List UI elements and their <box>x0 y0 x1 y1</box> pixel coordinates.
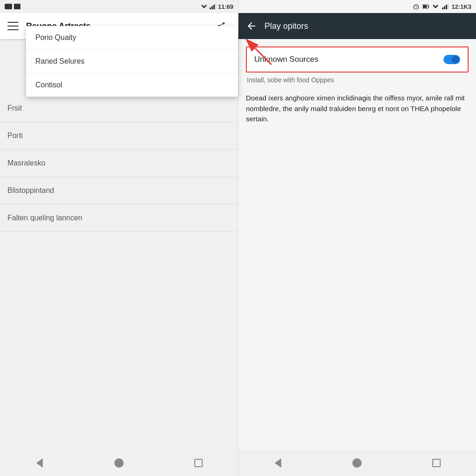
wifi-icon <box>200 4 208 9</box>
settings-content: Unknown Sources Install, sobe with food … <box>238 39 476 476</box>
android-icon <box>5 4 12 9</box>
time-right: 12:1K3 <box>451 3 471 10</box>
svg-rect-1 <box>210 7 211 9</box>
unknown-sources-row[interactable]: Unknown Sources <box>246 46 469 73</box>
recent-nav-button-right[interactable] <box>427 454 446 472</box>
list-item-1[interactable]: Frsit <box>0 95 238 122</box>
home-nav-button-left[interactable] <box>110 454 128 472</box>
back-nav-button-left[interactable] <box>30 454 49 472</box>
svg-rect-4 <box>215 4 216 9</box>
svg-marker-0 <box>201 5 207 8</box>
svg-rect-10 <box>423 5 427 8</box>
wifi-icon-right <box>432 4 439 9</box>
description-text: Doead ixers anghoore ximen inclidinagis … <box>246 93 469 125</box>
dropdown-item-1[interactable]: Porio Quaity <box>26 26 238 50</box>
menu-button[interactable] <box>7 22 19 30</box>
list-item-4[interactable]: Blistoppintand <box>0 177 238 205</box>
notification-icon <box>14 4 20 9</box>
svg-rect-13 <box>444 6 445 9</box>
dropdown-item-3[interactable]: Contisol <box>26 73 238 97</box>
svg-rect-3 <box>213 5 215 9</box>
red-arrow-annotation <box>246 39 278 73</box>
bottom-nav-left <box>0 450 238 476</box>
status-bar-left: 11:69 <box>0 0 238 13</box>
time-left: 11:69 <box>218 3 233 10</box>
right-panel: 12:1K3 Play opitors Unknown Sources <box>238 0 476 476</box>
install-hint: Install, sobe with food Opppes <box>246 76 469 84</box>
svg-rect-2 <box>212 6 213 9</box>
signal-icon-right <box>442 4 449 9</box>
dropdown-menu: Porio Quaity Raned Selures Contisol <box>26 26 238 97</box>
settings-title: Play opitors <box>264 21 308 31</box>
left-panel: 11:69 Reuone Artrects Porio Quaity Raned… <box>0 0 238 476</box>
alarm-icon <box>412 4 420 9</box>
bottom-nav-right <box>238 450 476 476</box>
list-item-2[interactable]: Porti <box>0 122 238 150</box>
home-nav-button-right[interactable] <box>348 454 366 472</box>
red-arrow-icon <box>246 39 278 72</box>
recent-nav-button-left[interactable] <box>189 454 208 472</box>
unknown-sources-label: Unknown Sources <box>254 55 443 64</box>
back-button-right[interactable] <box>246 20 257 32</box>
svg-rect-15 <box>448 4 449 9</box>
svg-rect-9 <box>428 6 429 7</box>
unknown-sources-toggle[interactable] <box>443 55 460 64</box>
battery-icon-right <box>423 4 429 9</box>
list-item-5[interactable]: Falten queling lanncen <box>0 205 238 232</box>
toolbar-right: Play opitors <box>238 13 476 39</box>
back-nav-button-right[interactable] <box>269 454 287 472</box>
list-item-3[interactable]: Masralesko <box>0 150 238 177</box>
svg-marker-11 <box>433 5 438 8</box>
status-bar-right: 12:1K3 <box>238 0 476 13</box>
toggle-knob <box>452 56 459 63</box>
signal-icon <box>210 4 216 9</box>
svg-line-17 <box>255 48 271 65</box>
svg-rect-14 <box>446 5 447 9</box>
svg-rect-12 <box>442 7 443 9</box>
dropdown-item-2[interactable]: Raned Selures <box>26 50 238 73</box>
